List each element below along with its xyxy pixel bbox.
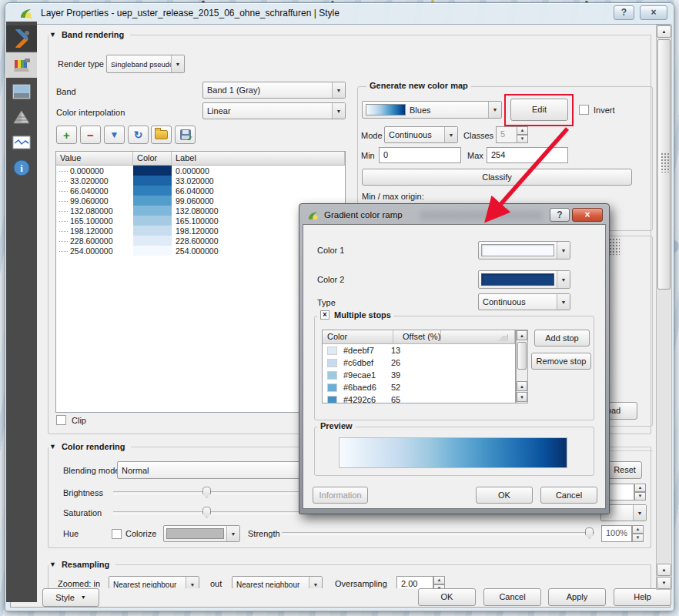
- color1-combo[interactable]: ▼: [478, 241, 570, 259]
- color2-combo[interactable]: ▼: [478, 270, 570, 289]
- help-button[interactable]: Help: [614, 588, 671, 606]
- scroll-up-icon-2[interactable]: ▲: [517, 381, 527, 391]
- hue-swatch: [166, 528, 224, 539]
- color-swatch[interactable]: [133, 206, 172, 216]
- color-interpolation-combo[interactable]: Linear ▼: [202, 102, 346, 119]
- spin-up-icon[interactable]: ▲: [632, 525, 644, 534]
- mode-combo[interactable]: Continuous ▼: [384, 126, 458, 143]
- stop-row[interactable]: #4292c665: [323, 393, 515, 403]
- dialog-help-button[interactable]: ?: [550, 208, 570, 222]
- sort-ascending-icon: [498, 334, 508, 341]
- spin-down-icon[interactable]: ▼: [517, 135, 528, 143]
- colormap-row[interactable]: 0.0000000.000000: [56, 166, 345, 176]
- stops-column-color[interactable]: Color: [323, 330, 393, 343]
- clip-checkbox[interactable]: [56, 415, 66, 425]
- main-scrollbar[interactable]: ▲ ▲ ▼: [656, 25, 672, 590]
- dialog-close-button[interactable]: ×: [572, 208, 603, 222]
- scrollbar-thumb[interactable]: [657, 39, 671, 290]
- add-stop-button[interactable]: Add stop: [534, 330, 590, 346]
- invert-checkbox[interactable]: [579, 105, 589, 115]
- type-combo[interactable]: Continuous ▼: [478, 293, 570, 310]
- stops-scrollbar-thumb[interactable]: [517, 342, 527, 370]
- color-swatch[interactable]: [133, 166, 172, 176]
- remove-entry-button[interactable]: −: [80, 126, 101, 144]
- sidebar-item-metadata[interactable]: i: [6, 155, 37, 180]
- zoomed-in-combo[interactable]: Nearest neighbour ▼: [109, 576, 199, 588]
- stop-row[interactable]: #c6dbef26: [323, 357, 515, 369]
- colorize-color-combo[interactable]: ▼: [163, 525, 240, 542]
- spin-down-icon[interactable]: ▼: [632, 534, 644, 542]
- stops-table[interactable]: Color Offset (%) #deebf713 #c6dbef26 #9e…: [322, 330, 516, 403]
- refresh-button[interactable]: ↻: [128, 126, 149, 144]
- zoomed-out-label: out: [210, 579, 222, 588]
- scroll-down-icon[interactable]: ▼: [517, 392, 527, 402]
- colormap-table-header[interactable]: Value Color Label: [56, 152, 345, 166]
- redacted-smudge: [420, 211, 543, 220]
- apply-button[interactable]: Apply: [548, 588, 606, 606]
- strength-spin-arrows[interactable]: ▲▼: [632, 525, 644, 542]
- stops-column-offset[interactable]: Offset (%): [393, 330, 515, 343]
- stop-swatch: [327, 359, 337, 367]
- load-colormap-button[interactable]: [151, 126, 172, 144]
- color-swatch[interactable]: [133, 176, 172, 186]
- add-entry-button[interactable]: +: [56, 126, 77, 144]
- column-header-value[interactable]: Value: [56, 152, 133, 165]
- color-swatch[interactable]: [133, 196, 172, 206]
- scroll-up-button[interactable]: ▲: [657, 25, 671, 38]
- min-input[interactable]: 0: [379, 147, 461, 163]
- colormap-row[interactable]: 33.02000033.020000: [56, 176, 345, 186]
- scroll-up-button-2[interactable]: ▲: [657, 564, 671, 576]
- scroll-up-icon[interactable]: ▲: [517, 330, 527, 340]
- color-ramp-combo[interactable]: Blues ▼: [362, 101, 502, 119]
- stop-row[interactable]: #deebf713: [323, 344, 515, 357]
- sidebar-item-style[interactable]: [6, 52, 37, 78]
- oversampling-spin-arrows[interactable]: ▲▼: [433, 576, 445, 588]
- ok-button[interactable]: OK: [418, 588, 476, 606]
- classify-button[interactable]: Classify: [362, 169, 632, 186]
- column-header-label[interactable]: Label: [172, 152, 345, 165]
- strength-spinbox[interactable]: 100%: [601, 525, 632, 542]
- classes-spin-arrows[interactable]: ▲▼: [517, 126, 528, 143]
- oversampling-spinbox[interactable]: 2.00: [396, 576, 433, 588]
- render-type-combo[interactable]: Singleband pseudocolor ▼: [106, 55, 185, 73]
- gradient-dialog-titlebar[interactable]: Gradient color ramp ? ×: [303, 207, 606, 224]
- save-colormap-button[interactable]: ✓: [175, 126, 196, 144]
- spin-up-icon[interactable]: ▲: [433, 576, 445, 584]
- window-titlebar[interactable]: Layer Properties - uep_uster_release_201…: [5, 3, 674, 22]
- window-close-button[interactable]: ×: [640, 5, 667, 20]
- sidebar-item-pyramids[interactable]: [6, 104, 37, 129]
- stops-scrollbar[interactable]: ▲ ▲ ▼: [516, 330, 528, 403]
- max-input[interactable]: 254: [487, 147, 568, 163]
- band-combo[interactable]: Band 1 (Gray) ▼: [202, 82, 346, 99]
- cancel-button[interactable]: Cancel: [483, 588, 541, 606]
- sort-button[interactable]: ▼: [104, 126, 125, 144]
- colormap-row[interactable]: 66.04000066.040000: [56, 186, 345, 196]
- chevron-down-icon: ▼: [557, 294, 570, 310]
- color-swatch[interactable]: [133, 216, 172, 226]
- multiple-stops-checkbox[interactable]: ×: [320, 310, 329, 320]
- sidebar-item-histogram[interactable]: [6, 129, 37, 155]
- stop-row[interactable]: #9ecae139: [323, 369, 515, 381]
- stop-row[interactable]: #6baed652: [323, 381, 515, 393]
- dialog-ok-button[interactable]: OK: [476, 487, 533, 504]
- information-button[interactable]: Information: [313, 487, 368, 504]
- remove-stop-button[interactable]: Remove stop: [531, 353, 591, 370]
- column-header-color[interactable]: Color: [133, 152, 172, 165]
- dialog-cancel-button[interactable]: Cancel: [540, 487, 597, 504]
- color-swatch[interactable]: [133, 226, 172, 236]
- sidebar-item-transparency[interactable]: [6, 79, 37, 104]
- stop-swatch: [327, 396, 337, 404]
- colorize-checkbox[interactable]: [112, 529, 122, 539]
- color-swatch[interactable]: [133, 246, 172, 256]
- color-swatch[interactable]: [133, 186, 172, 196]
- spin-up-icon[interactable]: ▲: [517, 126, 528, 135]
- edit-highlight-annotation: [504, 94, 574, 126]
- color-swatch[interactable]: [133, 236, 172, 246]
- stops-table-header[interactable]: Color Offset (%): [323, 330, 515, 344]
- style-menu-button[interactable]: Style ▼: [42, 588, 99, 607]
- window-help-button[interactable]: ?: [614, 5, 634, 20]
- scroll-down-button[interactable]: ▼: [657, 577, 671, 589]
- sidebar-item-general[interactable]: [6, 25, 37, 51]
- zoomed-out-combo[interactable]: Nearest neighbour ▼: [232, 576, 323, 588]
- strength-slider[interactable]: [282, 532, 594, 535]
